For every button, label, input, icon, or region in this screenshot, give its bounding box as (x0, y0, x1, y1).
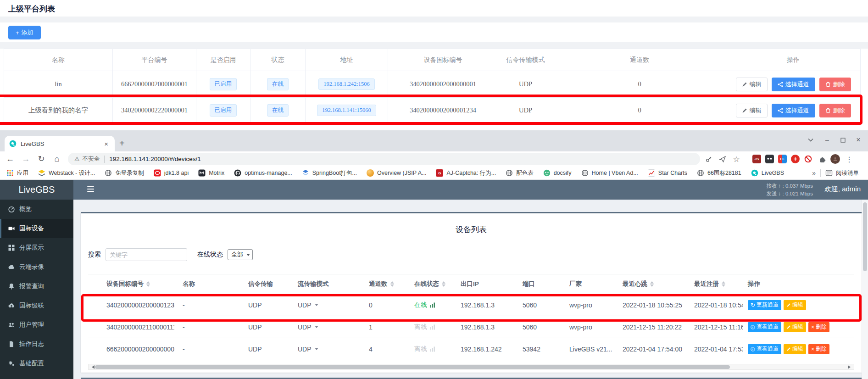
search-input[interactable] (106, 248, 187, 261)
sidebar-toggle-icon[interactable] (87, 186, 94, 193)
key-icon[interactable] (703, 153, 715, 165)
forward-icon[interactable]: → (19, 152, 32, 165)
back-icon[interactable]: ← (4, 152, 17, 165)
tab-search-chevron-icon[interactable] (803, 133, 818, 147)
delete-button[interactable]: 删除 (819, 104, 851, 117)
edit-device-button[interactable]: 编辑 (784, 344, 806, 354)
cell-stream-mode[interactable]: UDP (289, 294, 361, 316)
profile-avatar[interactable] (830, 154, 840, 164)
sidebar-item-gb-devices[interactable]: 国标设备 (0, 219, 73, 238)
cell-channels: 0 (553, 98, 726, 123)
scroll-left-icon[interactable] (90, 365, 95, 369)
edit-button[interactable]: 编辑 (736, 104, 768, 117)
cell-ip: 192.168.1.3 (452, 294, 514, 316)
sidebar-item-overview[interactable]: 概览 (0, 200, 73, 219)
bookmark-star-icon[interactable]: ☆ (730, 153, 742, 165)
edit-device-button[interactable]: 编辑 (784, 322, 806, 332)
send-icon[interactable] (717, 153, 729, 165)
welcome-user[interactable]: 欢迎, admin (824, 185, 861, 194)
sidebar-item-gb-cascade[interactable]: 国标级联 (0, 296, 73, 315)
cell-stream-mode[interactable]: UDP (289, 316, 361, 338)
bookmark-colors[interactable]: 配色表 (506, 169, 534, 177)
col-header-sortable[interactable]: 通道数 (361, 274, 406, 294)
bookmark-copy[interactable]: 免登录复制 (105, 169, 144, 177)
scrollbar-thumb[interactable] (863, 202, 867, 271)
bookmark-gb28181[interactable]: 66国标28181 (697, 169, 741, 177)
app-logo[interactable]: LiveGBS (0, 180, 73, 200)
sort-icon[interactable] (146, 281, 150, 287)
home-icon[interactable]: ⌂ (50, 152, 63, 165)
window-minimize-button[interactable]: – (819, 133, 835, 147)
window-maximize-button[interactable] (835, 133, 851, 147)
extension-mask-icon[interactable] (765, 155, 774, 163)
scrollbar-thumb[interactable] (95, 365, 730, 369)
select-channel-button[interactable]: 选择通道 (772, 104, 815, 117)
bookmark-jdk-api[interactable]: jdk1.8 api (154, 169, 189, 177)
sort-icon[interactable] (722, 281, 725, 287)
col-header: 地址 (306, 49, 388, 71)
extension-adguard-icon[interactable] (791, 155, 800, 163)
col-header-sortable[interactable]: 最近心跳 (614, 274, 686, 294)
sidebar-item-split-screen[interactable]: 分屏展示 (0, 238, 73, 257)
add-platform-button[interactable]: + 添加 (8, 26, 41, 39)
sidebar-item-basic-config[interactable]: 基础配置 (0, 354, 73, 373)
new-tab-button[interactable]: + (119, 139, 125, 148)
bookmark-springboot[interactable]: SpringBoot打包... (302, 169, 357, 177)
col-header-sortable[interactable]: 最近注册 (686, 274, 743, 294)
cell-heartbeat: 2022-01-18 10:55:25 (614, 294, 686, 316)
enabled-badge: 已启用 (210, 104, 237, 117)
extension-fe-icon[interactable]: FE (778, 155, 787, 163)
tab-close-icon[interactable]: × (102, 140, 110, 148)
browser-tab-strip: LiveGBS × + – × (0, 130, 868, 151)
bookmarks-overflow-icon[interactable]: » (812, 169, 816, 177)
puzzle-extensions-icon[interactable] (817, 153, 829, 165)
select-channel-button[interactable]: 选择通道 (772, 78, 815, 91)
edit-device-button[interactable]: 编辑 (784, 300, 806, 310)
extension-js-icon[interactable]: JS (752, 155, 761, 163)
cell-stream-mode[interactable]: UDP (289, 338, 361, 360)
enabled-badge: 已启用 (210, 78, 237, 90)
bookmark-livegbs[interactable]: LiveGBS (751, 169, 784, 177)
chevron-down-icon (246, 254, 250, 258)
reload-icon[interactable]: ↻ (35, 152, 48, 165)
view-channels-button[interactable]: 查看通道 (748, 344, 781, 354)
browser-tab[interactable]: LiveGBS × (5, 136, 115, 151)
vertical-scrollbar[interactable] (862, 200, 868, 379)
online-status[interactable]: 在线 (414, 301, 435, 309)
sidebar-item-user-management[interactable]: 用户管理 (0, 315, 73, 334)
extension-blocker-icon[interactable] (804, 155, 812, 163)
bookmark-docsify[interactable]: docsify (543, 169, 572, 177)
window-close-button[interactable]: × (851, 133, 866, 147)
col-header-sortable[interactable]: 在线状态 (406, 274, 452, 294)
delete-device-button[interactable]: ×删除 (808, 322, 829, 332)
view-channels-button[interactable]: 查看通道 (748, 322, 781, 332)
bookmark-apps[interactable]: 应用 (6, 169, 28, 177)
horizontal-scrollbar[interactable] (88, 364, 854, 370)
bookmark-webstack[interactable]: Webstack - 设计... (38, 169, 95, 177)
delete-device-button[interactable]: ×删除 (808, 344, 829, 354)
update-channels-button[interactable]: ↻更新通道 (748, 300, 781, 310)
sort-icon[interactable] (650, 281, 654, 287)
bookmark-vben[interactable]: Home | Vben Ad... (581, 169, 638, 177)
edit-button[interactable]: 编辑 (736, 78, 768, 91)
scroll-right-icon[interactable] (848, 365, 852, 369)
status-badge: 在线 (267, 104, 289, 117)
reading-list-icon (825, 169, 833, 177)
sort-icon[interactable] (442, 281, 445, 287)
reading-list-button[interactable]: 阅读清单 (825, 169, 859, 177)
bookmark-overview-jsip[interactable]: Overview (JSIP A... (367, 169, 426, 177)
browser-menu-icon[interactable]: ⋮ (843, 153, 855, 165)
bookmark-star-charts[interactable]: Star Charts (648, 169, 687, 177)
bookmark-aj-captcha[interactable]: G AJ-Captcha: 行为... (436, 169, 496, 177)
sidebar-item-operation-log[interactable]: 操作日志 (0, 334, 73, 354)
bookmark-github[interactable]: optimus-manage... (234, 169, 292, 177)
delete-button[interactable]: 删除 (819, 78, 851, 91)
col-header-sortable[interactable]: 设备国标编号 (88, 274, 174, 294)
online-status-select[interactable]: 全部 (228, 249, 253, 260)
bar-chart-icon[interactable] (430, 302, 435, 308)
sidebar-item-cloud-record[interactable]: 云端录像 (0, 257, 73, 277)
sidebar-item-alarm-query[interactable]: 报警查询 (0, 277, 73, 296)
omnibox[interactable]: ⚠ 不安全 192.168.1.141:20000/#/devices/1 (68, 153, 700, 165)
bookmark-motrix[interactable]: Motrix (198, 169, 224, 177)
sort-icon[interactable] (390, 281, 394, 287)
